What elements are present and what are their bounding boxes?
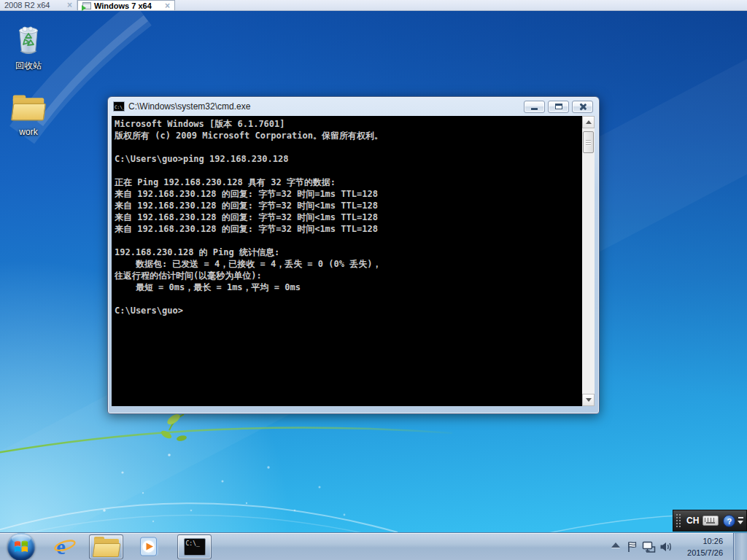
scroll-thumb[interactable]: [583, 131, 594, 153]
volume-icon[interactable]: [659, 541, 673, 553]
options-arrow-icon[interactable]: [738, 521, 743, 524]
vm-power-on-icon: [82, 2, 91, 9]
clock-date: 2015/7/26: [675, 547, 723, 559]
language-bar-controls: [738, 517, 743, 524]
tab-windows-7-x64[interactable]: Windows 7 x64 ×: [77, 0, 175, 10]
language-bar: CH ?: [673, 510, 747, 532]
tab-label: 2008 R2 x64: [4, 1, 50, 9]
folder-icon: [12, 96, 45, 121]
cmd-icon: C:\_: [184, 538, 206, 556]
show-hidden-icons-button[interactable]: [611, 542, 620, 548]
minimize-icon[interactable]: [738, 517, 743, 518]
cmd-icon: C:\_: [113, 101, 125, 112]
network-icon[interactable]: [642, 541, 657, 553]
console-output[interactable]: Microsoft Windows [版本 6.1.7601] 版权所有 (c)…: [112, 116, 582, 406]
clock-time: 10:26: [675, 535, 723, 547]
taskbar-item-media-player[interactable]: [137, 535, 160, 559]
scrollbar[interactable]: [582, 116, 595, 406]
arrow-up-icon: [586, 120, 592, 124]
drag-grip-icon[interactable]: [676, 513, 682, 528]
tray-clock[interactable]: 10:26 2015/7/26: [675, 535, 723, 559]
folder-icon: [93, 537, 120, 557]
desktop-icon-work[interactable]: work: [6, 93, 51, 137]
media-player-icon: [138, 536, 160, 558]
keyboard-icon[interactable]: [703, 516, 719, 526]
cmd-titlebar[interactable]: C:\_ C:\Windows\system32\cmd.exe: [108, 97, 599, 116]
desktop-icon-recycle-bin[interactable]: 回收站: [6, 23, 51, 72]
minimize-button[interactable]: [524, 101, 545, 113]
svg-text:e: e: [56, 536, 66, 559]
close-button[interactable]: [572, 101, 593, 113]
internet-explorer-icon: e: [53, 535, 76, 559]
minimize-icon: [531, 108, 538, 110]
taskbar-item-explorer[interactable]: [89, 534, 123, 559]
scroll-down-button[interactable]: [582, 394, 595, 406]
console-client[interactable]: Microsoft Windows [版本 6.1.7601] 版权所有 (c)…: [112, 116, 595, 406]
maximize-button[interactable]: [548, 101, 569, 113]
scroll-track[interactable]: [582, 153, 595, 394]
taskbar-item-cmd[interactable]: C:\_: [177, 534, 212, 559]
show-desktop-button[interactable]: [733, 533, 747, 560]
action-center-flag-icon[interactable]: [626, 541, 638, 553]
vm-tab-bar: 2008 R2 x64 × Windows 7 x64 ×: [0, 0, 747, 11]
close-icon[interactable]: ×: [165, 2, 170, 9]
help-icon[interactable]: ?: [723, 515, 735, 527]
recycle-bin-icon: [14, 23, 43, 55]
close-icon: [578, 103, 587, 111]
window-title: C:\Windows\system32\cmd.exe: [128, 101, 250, 112]
desktop-icon-label: work: [6, 127, 51, 137]
screen: { "vm_tab_bar": { "tabs": [ { "label": "…: [0, 0, 747, 560]
caption-buttons: [524, 101, 593, 113]
cmd-window: C:\_ C:\Windows\system32\cmd.exe Microso…: [107, 96, 600, 414]
arrow-down-icon: [586, 398, 592, 402]
scroll-up-button[interactable]: [582, 116, 595, 128]
maximize-icon: [555, 104, 562, 109]
close-icon[interactable]: ×: [67, 1, 72, 9]
start-button[interactable]: [7, 533, 35, 560]
tab-2008-r2-x64[interactable]: 2008 R2 x64 ×: [0, 0, 77, 10]
taskbar-item-internet-explorer[interactable]: e: [53, 535, 76, 559]
tab-label: Windows 7 x64: [94, 1, 152, 10]
taskbar: e C:\_ 10:26 2015/7/26: [0, 532, 747, 560]
language-indicator[interactable]: CH: [686, 516, 699, 526]
windows-flag-icon: [12, 538, 30, 556]
desktop-icon-label: 回收站: [6, 60, 51, 72]
